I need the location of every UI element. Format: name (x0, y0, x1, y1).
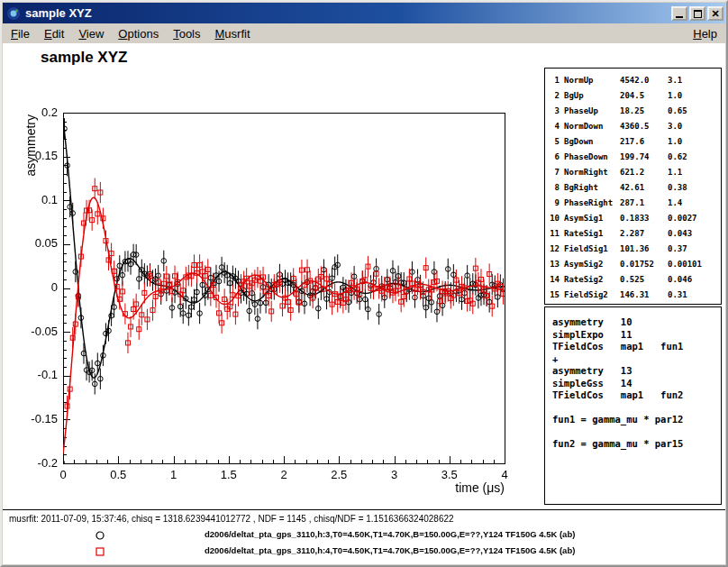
parameter-row: 7NormRight621.21.1 (545, 165, 721, 180)
maximize-button[interactable] (689, 6, 705, 21)
theory-line (552, 402, 714, 415)
menu-file[interactable]: File (4, 24, 37, 43)
theory-line: fun1 = gamma_mu * par12 (552, 414, 714, 426)
theory-line: asymmetry 13 (552, 365, 714, 378)
legend-marker-circle-icon (95, 528, 105, 544)
legend-label: d2006/deltat_pta_gps_3110,h:3,T0=4.50K,T… (205, 529, 575, 539)
parameter-row: 15FieldSig2146.310.31 (545, 288, 721, 303)
menu-bar: FileEditViewOptionsToolsMusrfitHelp (2, 23, 726, 43)
parameter-row: 14RateSig20.5250.046 (545, 272, 721, 288)
footer-divider (3, 509, 725, 510)
title-bar[interactable]: sample XYZ ✕ (3, 3, 725, 23)
theory-line: TFieldCos map1 fun2 (552, 389, 714, 402)
plot-canvas[interactable] (3, 43, 543, 512)
theory-line: simpleGss 14 (552, 378, 714, 390)
theory-box: asymmetry 10simplExpo 11TFieldCos map1 f… (544, 306, 722, 505)
legend-label: d2006/deltat_pta_gps_3110,h:4,T0=4.50K,T… (205, 545, 575, 555)
close-button[interactable]: ✕ (707, 6, 723, 21)
menu-view[interactable]: View (71, 24, 111, 43)
parameter-row: 13AsymSig20.017520.00101 (545, 257, 721, 272)
window-title: sample XYZ (25, 6, 667, 20)
legend-entry: d2006/deltat_pta_gps_3110,h:3,T0=4.50K,T… (3, 527, 687, 542)
parameter-row: 1NormUp4542.03.1 (545, 73, 721, 88)
parameter-row: 5BgDown217.61.0 (545, 134, 721, 150)
theory-line: fun2 = gamma_mu * par15 (552, 438, 714, 451)
theory-line: asymmetry 10 (552, 316, 714, 329)
menu-tools[interactable]: Tools (166, 24, 207, 43)
close-icon: ✕ (711, 8, 719, 19)
parameter-row: 12FieldSig1101.360.37 (545, 242, 721, 257)
theory-line: simplExpo 11 (552, 329, 714, 342)
minimize-icon (676, 16, 683, 18)
fit-info: musrfit: 2011-07-09, 15:37:46, chisq = 1… (9, 514, 454, 524)
parameter-row: 6PhaseDown199.740.62 (545, 150, 721, 165)
parameter-row: 8BgRight42.610.38 (545, 180, 721, 196)
theory-line (552, 426, 714, 439)
parameters-box: 1NormUp4542.03.12BgUp204.51.03PhaseUp18.… (544, 68, 722, 305)
menu-musrfit[interactable]: Musrfit (208, 24, 258, 43)
legend-marker-square-icon (95, 544, 105, 561)
minimize-button[interactable] (671, 6, 687, 21)
menu-options[interactable]: Options (111, 24, 166, 43)
parameter-row: 3PhaseUp18.250.65 (545, 104, 721, 119)
parameter-row: 11RateSig12.2870.043 (545, 226, 721, 242)
menu-help[interactable]: Help (686, 24, 724, 43)
app-window: sample XYZ ✕ FileEditViewOptionsToolsMus… (0, 0, 728, 567)
parameter-row: 4NormDown4360.53.0 (545, 119, 721, 134)
theory-line: TFieldCos map1 fun1 (552, 341, 714, 353)
legend-entry: d2006/deltat_pta_gps_3110,h:4,T0=4.50K,T… (3, 544, 687, 558)
root-canvas: sample XYZ 1NormUp4542.03.12BgUp204.51.0… (3, 43, 725, 564)
parameter-row: 10AsymSig10.18330.0027 (545, 211, 721, 226)
window-controls: ✕ (671, 6, 723, 21)
maximize-icon (694, 10, 702, 18)
app-icon (6, 6, 21, 21)
menu-edit[interactable]: Edit (37, 24, 71, 43)
parameter-row: 9PhaseRight287.11.4 (545, 196, 721, 211)
theory-line: + (552, 353, 714, 366)
parameter-row: 2BgUp204.51.0 (545, 88, 721, 104)
